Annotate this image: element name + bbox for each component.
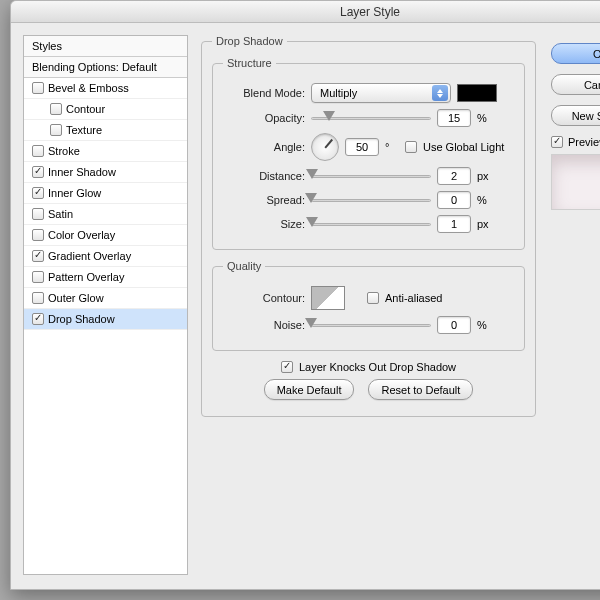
new-style-button[interactable]: New Style... bbox=[551, 105, 600, 126]
contour-label: Contour: bbox=[223, 292, 305, 304]
angle-input[interactable] bbox=[345, 138, 379, 156]
noise-unit: % bbox=[477, 319, 491, 331]
sidebar-item-label: Bevel & Emboss bbox=[48, 82, 129, 94]
title-bar: Layer Style bbox=[11, 1, 600, 23]
sidebar-header-styles[interactable]: Styles bbox=[24, 36, 187, 57]
drop-shadow-group: Drop Shadow Structure Blend Mode: Multip… bbox=[201, 35, 536, 417]
sidebar-item-drop-shadow[interactable]: Drop Shadow bbox=[24, 309, 187, 330]
angle-dial[interactable] bbox=[311, 133, 339, 161]
angle-label: Angle: bbox=[223, 141, 305, 153]
sidebar-item-color-overlay[interactable]: Color Overlay bbox=[24, 225, 187, 246]
sidebar-checkbox[interactable] bbox=[32, 313, 44, 325]
make-default-button[interactable]: Make Default bbox=[264, 379, 355, 400]
sidebar-item-label: Texture bbox=[66, 124, 102, 136]
sidebar-item-inner-shadow[interactable]: Inner Shadow bbox=[24, 162, 187, 183]
sidebar-item-label: Color Overlay bbox=[48, 229, 115, 241]
blend-mode-select[interactable]: Multiply bbox=[311, 83, 451, 103]
sidebar-checkbox[interactable] bbox=[32, 208, 44, 220]
sidebar-item-gradient-overlay[interactable]: Gradient Overlay bbox=[24, 246, 187, 267]
sidebar-checkbox[interactable] bbox=[50, 124, 62, 136]
structure-group: Structure Blend Mode: Multiply Opacity: bbox=[212, 57, 525, 250]
sidebar-item-stroke[interactable]: Stroke bbox=[24, 141, 187, 162]
ok-button[interactable]: OK bbox=[551, 43, 600, 64]
quality-group: Quality Contour: Anti-aliased Noise: % bbox=[212, 260, 525, 351]
opacity-label: Opacity: bbox=[223, 112, 305, 124]
noise-input[interactable] bbox=[437, 316, 471, 334]
dialog-content: Styles Blending Options: Default Bevel &… bbox=[11, 23, 600, 589]
preview-thumbnail bbox=[551, 154, 600, 210]
sidebar-item-pattern-overlay[interactable]: Pattern Overlay bbox=[24, 267, 187, 288]
size-input[interactable] bbox=[437, 215, 471, 233]
global-light-label: Use Global Light bbox=[423, 141, 504, 153]
antialiased-label: Anti-aliased bbox=[385, 292, 442, 304]
sidebar-item-label: Gradient Overlay bbox=[48, 250, 131, 262]
sidebar-checkbox[interactable] bbox=[32, 292, 44, 304]
contour-picker[interactable] bbox=[311, 286, 345, 310]
noise-slider[interactable] bbox=[311, 318, 431, 332]
sidebar-item-label: Pattern Overlay bbox=[48, 271, 124, 283]
sidebar-checkbox[interactable] bbox=[32, 271, 44, 283]
select-arrows-icon bbox=[432, 85, 448, 101]
sidebar-item-inner-glow[interactable]: Inner Glow bbox=[24, 183, 187, 204]
distance-unit: px bbox=[477, 170, 491, 182]
drop-shadow-legend: Drop Shadow bbox=[212, 35, 287, 47]
sidebar-item-label: Drop Shadow bbox=[48, 313, 115, 325]
main-panel: Drop Shadow Structure Blend Mode: Multip… bbox=[201, 35, 536, 575]
sidebar-item-label: Stroke bbox=[48, 145, 80, 157]
structure-legend: Structure bbox=[223, 57, 276, 69]
opacity-unit: % bbox=[477, 112, 491, 124]
antialiased-checkbox[interactable] bbox=[367, 292, 379, 304]
opacity-slider[interactable] bbox=[311, 111, 431, 125]
cancel-button[interactable]: Cancel bbox=[551, 74, 600, 95]
sidebar-item-satin[interactable]: Satin bbox=[24, 204, 187, 225]
sidebar-item-texture[interactable]: Texture bbox=[24, 120, 187, 141]
spread-input[interactable] bbox=[437, 191, 471, 209]
size-slider[interactable] bbox=[311, 217, 431, 231]
sidebar-blending-options[interactable]: Blending Options: Default bbox=[24, 57, 187, 78]
opacity-input[interactable] bbox=[437, 109, 471, 127]
styles-sidebar: Styles Blending Options: Default Bevel &… bbox=[23, 35, 188, 575]
sidebar-item-label: Inner Shadow bbox=[48, 166, 116, 178]
sidebar-checkbox[interactable] bbox=[32, 250, 44, 262]
sidebar-item-contour[interactable]: Contour bbox=[24, 99, 187, 120]
sidebar-item-label: Outer Glow bbox=[48, 292, 104, 304]
spread-label: Spread: bbox=[223, 194, 305, 206]
layer-style-dialog: Layer Style Styles Blending Options: Def… bbox=[10, 0, 600, 590]
sidebar-checkbox[interactable] bbox=[32, 229, 44, 241]
knockout-checkbox[interactable] bbox=[281, 361, 293, 373]
noise-label: Noise: bbox=[223, 319, 305, 331]
knockout-label: Layer Knocks Out Drop Shadow bbox=[299, 361, 456, 373]
sidebar-item-outer-glow[interactable]: Outer Glow bbox=[24, 288, 187, 309]
shadow-color-swatch[interactable] bbox=[457, 84, 497, 102]
quality-legend: Quality bbox=[223, 260, 265, 272]
blend-mode-label: Blend Mode: bbox=[223, 87, 305, 99]
blend-mode-value: Multiply bbox=[320, 87, 357, 99]
sidebar-checkbox[interactable] bbox=[32, 82, 44, 94]
distance-slider[interactable] bbox=[311, 169, 431, 183]
sidebar-checkbox[interactable] bbox=[32, 187, 44, 199]
size-unit: px bbox=[477, 218, 491, 230]
sidebar-checkbox[interactable] bbox=[32, 166, 44, 178]
window-title: Layer Style bbox=[340, 5, 400, 19]
distance-label: Distance: bbox=[223, 170, 305, 182]
sidebar-item-bevel-emboss[interactable]: Bevel & Emboss bbox=[24, 78, 187, 99]
spread-slider[interactable] bbox=[311, 193, 431, 207]
preview-label: Preview bbox=[568, 136, 600, 148]
sidebar-item-label: Satin bbox=[48, 208, 73, 220]
preview-checkbox[interactable] bbox=[551, 136, 563, 148]
global-light-checkbox[interactable] bbox=[405, 141, 417, 153]
sidebar-checkbox[interactable] bbox=[32, 145, 44, 157]
spread-unit: % bbox=[477, 194, 491, 206]
right-column: OK Cancel New Style... Preview bbox=[551, 43, 600, 210]
sidebar-checkbox[interactable] bbox=[50, 103, 62, 115]
reset-default-button[interactable]: Reset to Default bbox=[368, 379, 473, 400]
angle-unit: ° bbox=[385, 141, 399, 153]
distance-input[interactable] bbox=[437, 167, 471, 185]
sidebar-item-label: Inner Glow bbox=[48, 187, 101, 199]
size-label: Size: bbox=[223, 218, 305, 230]
sidebar-item-label: Contour bbox=[66, 103, 105, 115]
